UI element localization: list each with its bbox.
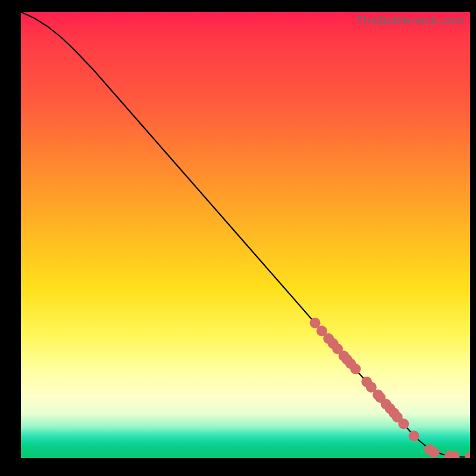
chart-overlay (21, 12, 470, 458)
chart-stage: TheBottleneck.com (0, 0, 476, 476)
scatter-dot (465, 452, 470, 459)
scatter-dot (429, 447, 440, 458)
curve-line (21, 12, 470, 458)
scatter-dot (398, 418, 409, 429)
scatter-dots (310, 318, 470, 458)
scatter-dot (409, 431, 419, 441)
scatter-dot (350, 364, 361, 374)
plot-area: TheBottleneck.com (21, 12, 470, 458)
